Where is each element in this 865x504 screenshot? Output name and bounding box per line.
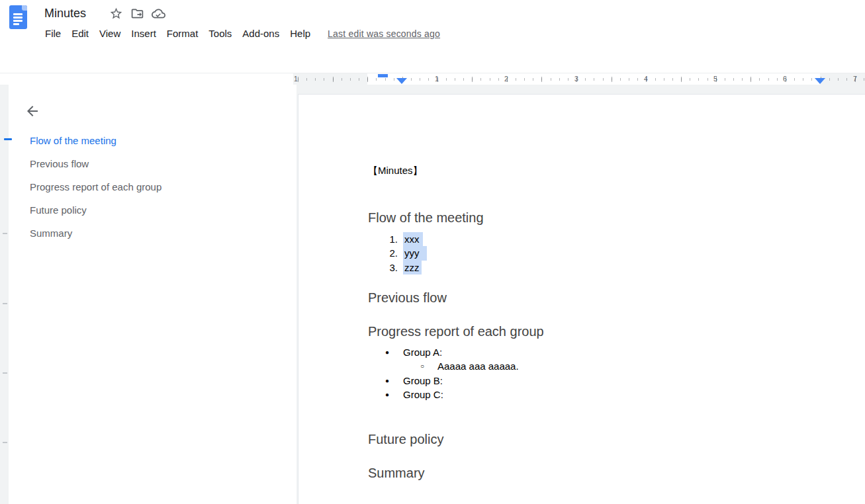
- move-folder-icon[interactable]: [130, 7, 144, 21]
- horizontal-ruler: 1 1 2 3 4 5 6 7: [0, 73, 865, 85]
- outline-item-flow-of-the-meeting[interactable]: Flow of the meeting: [30, 134, 116, 147]
- ruler-number: 7: [852, 75, 858, 83]
- menu-format[interactable]: Format: [161, 25, 204, 42]
- ruler-tick: [3, 233, 7, 234]
- menu-view[interactable]: View: [94, 25, 126, 42]
- numbered-list-item[interactable]: 2. yyy: [368, 246, 427, 260]
- menu-help[interactable]: Help: [285, 25, 316, 42]
- ruler-number: 1: [293, 75, 299, 83]
- header: Minutes File Edit View Insert Format Too…: [0, 0, 865, 46]
- menu-tools[interactable]: Tools: [203, 25, 237, 42]
- bullet-text: Group A:: [403, 345, 442, 359]
- bullet-text: Group C:: [403, 388, 443, 401]
- ruler-number: 5: [712, 75, 719, 83]
- ruler-tick: [3, 303, 7, 304]
- toolbar: 100% ▾ Normal text ▾ Arial ▾ − + B I U A…: [0, 46, 865, 73]
- list-number: 1.: [368, 232, 398, 246]
- docs-logo[interactable]: [9, 5, 27, 29]
- close-outline-icon[interactable]: [24, 103, 40, 119]
- first-line-indent-marker[interactable]: [378, 74, 388, 77]
- bullet-list-item[interactable]: ● Group C:: [298, 388, 865, 401]
- ruler-number: 4: [643, 75, 649, 83]
- outline-sidebar: Flow of the meeting Previous flow Progre…: [9, 85, 296, 504]
- ruler-tick: [3, 372, 7, 374]
- docs-logo-line: [13, 13, 23, 15]
- docs-logo-line: [13, 17, 23, 19]
- bullet-icon: ●: [385, 388, 403, 401]
- menu-file[interactable]: File: [40, 25, 66, 42]
- ruler-number: 6: [782, 75, 788, 83]
- ruler-number: 2: [503, 75, 510, 83]
- heading-previous-flow[interactable]: Previous flow: [368, 290, 447, 306]
- sub-bullet-icon: ○: [420, 359, 437, 373]
- outline-item-future-policy[interactable]: Future policy: [30, 204, 87, 217]
- menu-edit[interactable]: Edit: [66, 25, 94, 42]
- star-icon[interactable]: [109, 7, 123, 21]
- heading-future-policy[interactable]: Future policy: [368, 431, 444, 447]
- content-area: Flow of the meeting Previous flow Progre…: [0, 85, 865, 504]
- numbered-list-item[interactable]: 3. zzz: [368, 261, 427, 274]
- docs-logo-line: [13, 20, 23, 22]
- document-title[interactable]: Minutes: [44, 5, 86, 21]
- selection-highlight: xxx: [403, 232, 423, 246]
- heading-summary[interactable]: Summary: [368, 465, 425, 481]
- bullet-icon: ●: [385, 374, 403, 388]
- title-action-icons: [109, 7, 165, 21]
- ruler-tick: [3, 442, 7, 443]
- bullet-sub-item[interactable]: ○ Aaaaa aaa aaaaa.: [298, 359, 865, 373]
- outline-active-indicator: [4, 138, 12, 140]
- left-indent-marker[interactable]: [396, 78, 407, 84]
- numbered-list-item[interactable]: 1. xxx: [368, 232, 427, 246]
- ruler-number: 3: [573, 75, 580, 83]
- selection-highlight: yyy: [403, 246, 427, 260]
- outline-item-summary[interactable]: Summary: [30, 227, 72, 240]
- selection-highlight: zzz: [403, 261, 422, 274]
- paragraph-intro[interactable]: 【Minutes】: [368, 163, 423, 177]
- google-docs-window: Minutes File Edit View Insert Format Too…: [0, 0, 865, 504]
- bullet-text: Group B:: [403, 374, 443, 388]
- list-number: 2.: [368, 246, 398, 260]
- heading-progress-report[interactable]: Progress report of each group: [368, 323, 544, 339]
- bullet-list-item[interactable]: ● Group B:: [298, 374, 865, 388]
- docs-logo-fold: [22, 5, 27, 11]
- bullet-list: ● Group A: ○ Aaaaa aaa aaaaa. ● Group B:…: [298, 345, 865, 402]
- list-number: 3.: [368, 261, 398, 274]
- save-status-icon[interactable]: [152, 7, 165, 21]
- menu-insert[interactable]: Insert: [126, 25, 161, 42]
- numbered-list: 1. xxx 2. yyy 3. zzz: [368, 232, 427, 274]
- menu-addons[interactable]: Add-ons: [237, 25, 285, 42]
- last-edit-link[interactable]: Last edit was seconds ago: [328, 28, 440, 39]
- outline-item-progress-report[interactable]: Progress report of each group: [30, 181, 161, 194]
- heading-flow-of-the-meeting[interactable]: Flow of the meeting: [368, 210, 484, 226]
- bullet-text: Aaaaa aaa aaaaa.: [437, 359, 519, 373]
- bullet-list-item[interactable]: ● Group A:: [298, 345, 865, 359]
- outline-item-previous-flow[interactable]: Previous flow: [30, 157, 89, 171]
- document-page[interactable]: 【Minutes】 Flow of the meeting 1. xxx 2. …: [298, 94, 865, 504]
- menu-bar: File Edit View Insert Format Tools Add-o…: [40, 25, 440, 42]
- ruler-number: 1: [433, 75, 440, 83]
- vertical-ruler: [0, 85, 9, 504]
- bullet-icon: ●: [385, 345, 403, 359]
- docs-logo-line: [13, 23, 19, 25]
- right-indent-marker[interactable]: [815, 78, 825, 84]
